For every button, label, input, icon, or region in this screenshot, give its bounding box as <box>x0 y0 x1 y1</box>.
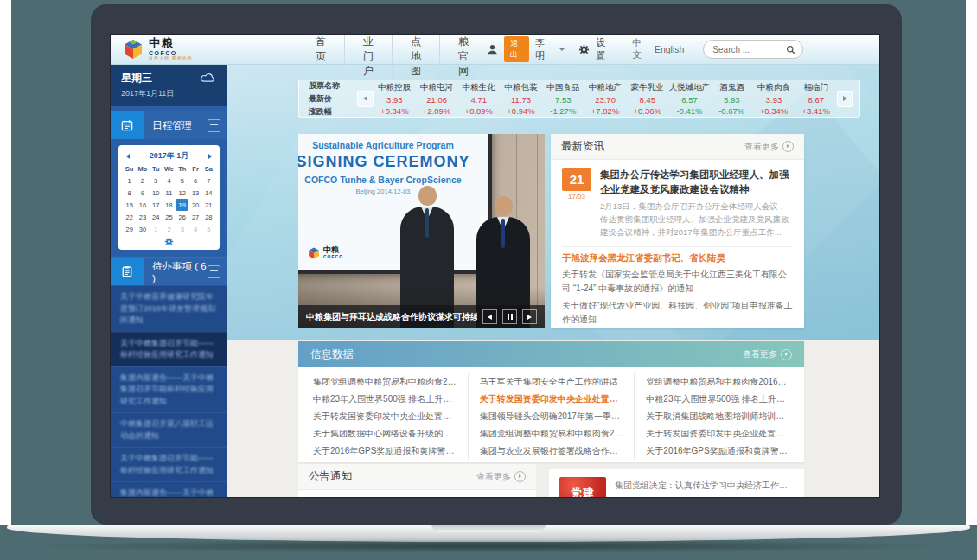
calendar-day[interactable]: 5 <box>176 175 188 187</box>
calendar-day[interactable]: 3 <box>176 223 188 235</box>
calendar-day[interactable]: 4 <box>163 175 176 187</box>
calendar-day[interactable]: 1 <box>150 223 163 235</box>
stock-quote[interactable]: 蒙牛乳业 8.45 +0.36% <box>626 82 668 116</box>
stock-quote[interactable]: 大悦城地产 6.57 -0.41% <box>668 82 711 116</box>
collapse-schedule-button[interactable] <box>208 119 220 132</box>
ticker-next-button[interactable] <box>837 91 853 107</box>
nav-link[interactable]: 企业门户 <box>345 35 393 79</box>
info-view-more[interactable]: 查看更多 <box>743 348 792 360</box>
featured-news[interactable]: 21 17/03 集团办公厅传达学习集团职业经理人、加强企业党建及党风廉政建设会… <box>562 168 793 239</box>
user-name[interactable]: 李明 <box>535 36 551 62</box>
calendar-day[interactable]: 5 <box>202 223 215 235</box>
sidebar-section-schedule[interactable]: 日程管理 <box>111 111 227 139</box>
news-highlight-link[interactable]: 于旭波拜会黑龙江省委副书记、省长陆昊 <box>562 252 793 264</box>
carousel-pause-button[interactable] <box>502 309 517 324</box>
info-list-item[interactable]: 中粮23年入围世界500强 排名上升最快 <box>313 391 457 408</box>
info-list-item[interactable]: 集团与农业发展银行签署战略合作协议 <box>480 442 623 460</box>
calendar-day[interactable]: 23 <box>136 211 149 223</box>
carousel-caption[interactable]: 中粮集团与拜耳达成战略合作协议谋求可持续农业发展 <box>306 311 477 323</box>
calendar-day[interactable]: 22 <box>123 211 136 223</box>
calendar-day[interactable]: 1 <box>123 175 136 187</box>
calendar-day[interactable]: 9 <box>136 187 149 199</box>
news-view-more[interactable]: 查看更多 <box>744 141 794 153</box>
news-list-item[interactable]: 关于转发《国家安全监管总局关于中化江西三美化工有限公司 “1-24” 中毒事故的… <box>562 268 793 296</box>
calendar-day[interactable]: 4 <box>188 223 201 235</box>
calendar-day[interactable]: 8 <box>123 187 136 199</box>
lang-zh[interactable]: 中文 <box>626 37 648 61</box>
calendar-day[interactable]: 11 <box>163 187 176 199</box>
carousel-prev-button[interactable] <box>482 309 497 324</box>
info-list-item[interactable]: 关于取消集团战略地图培训师培训班的通知 <box>646 408 789 425</box>
party-news-item[interactable]: 集团党组决定：认真传达学习中央经济工作会议和中央农村工作委员会... <box>615 477 794 493</box>
calendar-day[interactable]: 15 <box>123 199 136 211</box>
search-input[interactable] <box>711 44 786 55</box>
cofco-logo[interactable]: 中粮 COFCO 自然之源 重塑你我 <box>111 37 256 60</box>
calendar-day[interactable]: 6 <box>188 175 201 187</box>
info-list-item[interactable]: 集团领导碰头会明确2017年第一季度工作 <box>480 408 623 425</box>
todo-list-item[interactable]: 关于中粮营养健康研究院年度预订2016年研发管理规划的通知 <box>111 285 227 332</box>
info-list-item[interactable]: 中粮23年入围世界500强 排名上升最快 <box>646 391 789 408</box>
collapse-todos-button[interactable] <box>208 265 220 278</box>
stock-quote[interactable]: 中国食品 7.53 -1.27% <box>542 82 584 116</box>
nav-link[interactable]: 首页 <box>297 35 345 64</box>
search-box[interactable] <box>703 40 803 59</box>
info-list-item[interactable]: 集团党组调整中粮贸易和中粮肉食2016年度预算 <box>480 425 623 442</box>
stock-quote[interactable]: 中粮屯河 21.06 +2.09% <box>416 82 458 116</box>
info-list-item[interactable]: 关于转发国资委印发中央企业处置僵尸企业和开展特... <box>313 408 457 425</box>
calendar-day[interactable]: 3 <box>150 175 163 187</box>
calendar-settings-icon[interactable] <box>123 235 215 247</box>
calendar-day[interactable]: 18 <box>163 199 176 211</box>
stock-quote[interactable]: 中粮包装 11.73 +0.94% <box>500 82 542 116</box>
calendar-day[interactable]: 17 <box>150 199 163 211</box>
stock-quote[interactable]: 福临门 8.67 +3.41% <box>795 82 837 116</box>
info-list-item[interactable]: 关于2016年GPS奖励通报和黄牌警告单位的决定 <box>313 442 457 460</box>
info-list-item[interactable]: 关于集团数据中心网络设备升级的通知 <box>313 425 457 442</box>
featured-news-title[interactable]: 集团办公厅传达学习集团职业经理人、加强企业党建及党风廉政建设会议精神 <box>600 168 793 196</box>
ticker-prev-button[interactable] <box>357 91 374 107</box>
calendar-day[interactable]: 12 <box>176 187 188 199</box>
calendar-day[interactable]: 28 <box>202 211 215 223</box>
calendar-day[interactable]: 24 <box>150 211 163 223</box>
calendar-day[interactable]: 30 <box>136 223 149 235</box>
lang-en[interactable]: English <box>648 44 690 54</box>
carousel-next-button[interactable] <box>522 309 537 324</box>
calendar-next-icon[interactable] <box>208 154 212 159</box>
sidebar-section-todos[interactable]: 待办事项 ( 6 ) <box>111 257 227 285</box>
chevron-down-icon[interactable] <box>559 48 565 51</box>
logout-button[interactable]: 退出 <box>504 36 529 62</box>
todo-list-item[interactable]: 集团内部通告——关于中粮集团召开节能标杆经验应用研究工作通知 <box>111 366 227 413</box>
info-list-item[interactable]: 马王军关于集团安全生产工作的讲话 <box>480 373 623 391</box>
todo-list-item[interactable]: 中粮集团召开第八届职工运动会的通知 <box>111 412 227 447</box>
party-news-item[interactable]: 集团党组决定：认真传达学习12月30日中央政治局工作会议纪要 <box>615 493 794 497</box>
settings-label[interactable]: 设置 <box>596 36 611 62</box>
search-icon[interactable] <box>786 45 795 54</box>
info-list-item[interactable]: 关于转发国资委印发中央企业处置僵尸企业和开展特... <box>480 391 623 408</box>
info-list-item[interactable]: 关于2016年GPS奖励通报和黄牌警告单位的决定 <box>646 442 789 460</box>
info-list-item[interactable]: 集团党组调整中粮贸易和中粮肉食2016年度预算 <box>313 373 457 391</box>
stock-quote[interactable]: 酒鬼酒 3.93 -0.67% <box>711 82 753 116</box>
calendar-day[interactable]: 19 <box>176 199 188 211</box>
news-list-item[interactable]: 关于做好“现代农业产业园、科技园、创业园”项目申报准备工作的通知 <box>562 299 793 327</box>
stock-quote[interactable]: 中粮肉食 3.93 +0.34% <box>753 82 795 116</box>
calendar-day[interactable]: 2 <box>136 175 149 187</box>
stock-quote[interactable]: 中粮控股 3.93 +0.34% <box>374 82 416 116</box>
calendar-day[interactable]: 29 <box>123 223 136 235</box>
todo-list-item[interactable]: 集团内部通告——关于中粮集团节能标杆经验应用研究工作通知 <box>111 481 227 497</box>
calendar-day[interactable]: 10 <box>150 187 163 199</box>
calendar-day[interactable]: 21 <box>202 199 215 211</box>
calendar-day[interactable]: 26 <box>176 211 188 223</box>
calendar-day[interactable]: 16 <box>136 199 149 211</box>
calendar-day[interactable]: 27 <box>188 211 201 223</box>
stock-quote[interactable]: 中粮生化 4.71 +0.89% <box>457 82 500 116</box>
todo-list-item[interactable]: 关于中粮集团召开节能——标杆经验应用研究工作通知 <box>111 332 227 366</box>
notice-view-more[interactable]: 查看更多 <box>476 471 526 483</box>
todo-list-item[interactable]: 关于中粮集团召开节能——标杆经验应用研究工作通知 <box>111 447 227 481</box>
calendar-day[interactable]: 14 <box>202 187 215 199</box>
calendar-day[interactable]: 7 <box>202 175 215 187</box>
calendar-prev-icon[interactable] <box>126 154 130 159</box>
news-carousel[interactable]: Sustainable Agriculture Program SIGNING … <box>298 134 545 328</box>
nav-link[interactable]: 中粮官网 <box>440 35 487 79</box>
calendar-day[interactable]: 25 <box>163 211 176 223</box>
calendar-day[interactable]: 20 <box>188 199 201 211</box>
calendar-day[interactable]: 13 <box>188 187 201 199</box>
